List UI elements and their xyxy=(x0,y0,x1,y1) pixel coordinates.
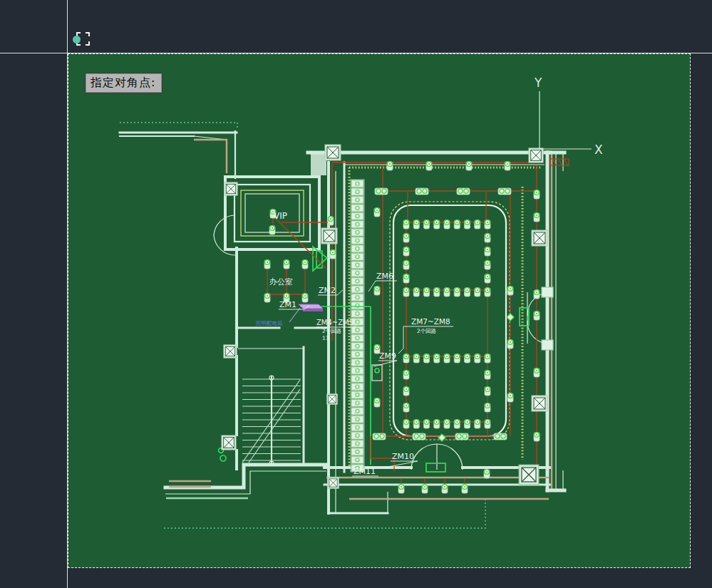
crosshair-vertical xyxy=(67,0,68,588)
autocad-viewport: { "window": { "tooltip": "指定对角点:" }, "uc… xyxy=(0,0,712,588)
selection-cursor-badge xyxy=(76,32,90,46)
dynamic-input-tooltip: 指定对角点: xyxy=(85,73,162,93)
crosshair-horizontal xyxy=(0,53,712,53)
badge-dot xyxy=(73,36,81,43)
selection-window[interactable] xyxy=(68,53,691,568)
